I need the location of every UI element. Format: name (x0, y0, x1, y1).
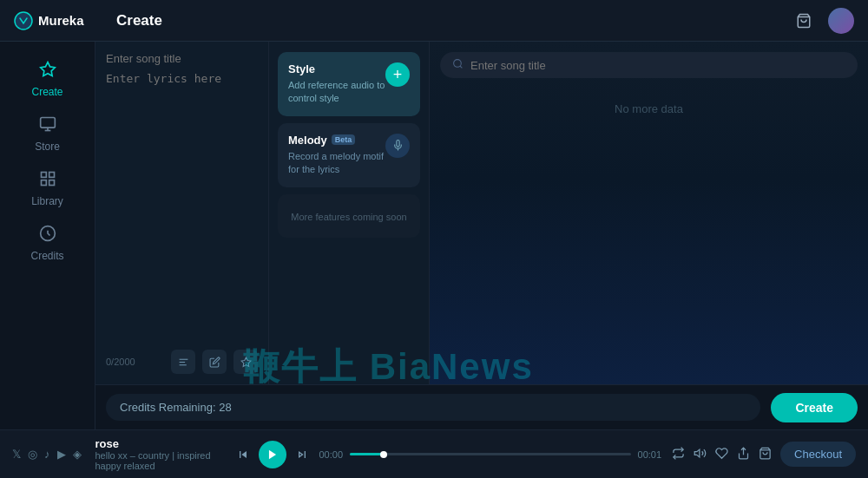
sidebar-item-library[interactable]: Library (0, 161, 95, 216)
beta-badge: Beta (332, 134, 356, 145)
next-button[interactable] (295, 448, 309, 462)
left-panel-footer: 0/2000 (106, 350, 258, 374)
discord-icon[interactable]: ◈ (73, 448, 82, 461)
right-panel: No more data (430, 42, 868, 384)
svg-rect-8 (41, 180, 46, 186)
workspace-inner: 0/2000 (95, 42, 868, 384)
play-button[interactable] (259, 441, 286, 468)
time-total: 00:01 (638, 449, 662, 460)
volume-button[interactable] (694, 447, 707, 462)
edit-icon[interactable] (202, 350, 227, 374)
workspace: 0/2000 (95, 42, 868, 429)
melody-record-button[interactable] (385, 134, 410, 158)
format-icon[interactable] (171, 350, 195, 374)
svg-marker-17 (694, 449, 700, 457)
heart-button[interactable] (715, 447, 728, 462)
ai-icon[interactable] (233, 350, 258, 374)
search-input[interactable] (470, 59, 845, 72)
search-bar (440, 52, 858, 78)
melody-card: Melody Beta Record a melody motif for th… (278, 123, 420, 187)
sidebar-item-create[interactable]: Create (0, 52, 95, 107)
player-progress: 00:00 00:01 (319, 449, 662, 460)
topbar-actions (792, 8, 854, 34)
search-icon (452, 58, 464, 72)
download-button[interactable] (759, 447, 772, 462)
style-card-title: Style (288, 62, 385, 75)
toolbar-icons (171, 350, 258, 374)
credits-icon (39, 225, 56, 246)
svg-rect-7 (49, 180, 54, 186)
progress-fill (350, 453, 384, 455)
main-content: Create Store Library (0, 42, 868, 429)
svg-line-15 (460, 66, 462, 68)
avatar[interactable] (828, 8, 854, 34)
checkout-button[interactable]: Checkout (780, 442, 856, 467)
melody-card-title: Melody Beta (288, 134, 385, 147)
sidebar: Create Store Library (0, 42, 95, 429)
svg-rect-6 (49, 173, 54, 178)
store-icon (39, 115, 56, 137)
sidebar-item-credits-label: Credits (30, 250, 63, 262)
sidebar-item-create-label: Create (31, 86, 62, 98)
prev-button[interactable] (236, 448, 250, 462)
player-actions: Checkout (672, 442, 856, 467)
time-current: 00:00 (319, 449, 344, 460)
library-icon (39, 170, 56, 192)
style-add-button[interactable]: + (385, 62, 410, 87)
svg-marker-16 (268, 449, 275, 459)
topbar: Mureka Create (0, 0, 868, 42)
player-controls (236, 441, 309, 468)
svg-rect-5 (41, 173, 46, 178)
player-track-name: rose (95, 437, 226, 450)
style-card: Style Add reference audio to control sty… (278, 52, 420, 116)
coming-soon-card: More features coming soon (278, 194, 420, 238)
no-data-text: No more data (440, 102, 858, 115)
middle-panel: Style Add reference audio to control sty… (269, 42, 430, 384)
logo-text: Mureka (38, 13, 84, 28)
credits-bar: Credits Remaining: 28 Create (95, 384, 868, 429)
player-track-info: rose hello xx – country | inspired happy… (95, 437, 226, 471)
sidebar-item-store[interactable]: Store (0, 107, 95, 161)
social-icons: 𝕏 ◎ ♪ ▶ ◈ (12, 448, 82, 461)
coming-soon-text: More features coming soon (291, 212, 406, 222)
logo-icon (14, 11, 33, 30)
credits-remaining: Credits Remaining: 28 (106, 394, 760, 421)
svg-point-14 (454, 60, 462, 68)
logo: Mureka (14, 11, 109, 30)
char-count: 0/2000 (106, 357, 135, 367)
page-title: Create (109, 12, 792, 29)
tiktok-icon[interactable]: ♪ (44, 448, 50, 461)
svg-rect-2 (40, 118, 55, 128)
left-panel: 0/2000 (95, 42, 269, 384)
progress-track[interactable] (350, 453, 631, 455)
instagram-icon[interactable]: ◎ (28, 448, 37, 461)
youtube-icon[interactable]: ▶ (57, 448, 66, 461)
repeat-button[interactable] (672, 447, 685, 462)
melody-card-info: Melody Beta Record a melody motif for th… (288, 134, 385, 177)
svg-point-0 (15, 12, 32, 29)
lyrics-input[interactable] (106, 72, 258, 343)
player-bar: 𝕏 ◎ ♪ ▶ ◈ rose hello xx – country | insp… (0, 429, 868, 478)
twitter-icon[interactable]: 𝕏 (12, 448, 21, 461)
progress-dot (380, 451, 387, 458)
sidebar-item-store-label: Store (35, 141, 60, 153)
create-icon (39, 61, 56, 82)
style-card-info: Style Add reference audio to control sty… (288, 62, 385, 106)
song-title-input[interactable] (106, 52, 258, 65)
create-button[interactable]: Create (771, 393, 858, 422)
sidebar-item-credits[interactable]: Credits (0, 216, 95, 271)
sidebar-item-library-label: Library (31, 195, 63, 207)
player-track-desc: hello xx – country | inspired happy rela… (95, 450, 226, 471)
share-button[interactable] (737, 447, 750, 462)
style-card-desc: Add reference audio to control style (288, 79, 385, 106)
melody-card-desc: Record a melody motif for the lyrics (288, 150, 385, 177)
cart-icon[interactable] (792, 9, 816, 33)
